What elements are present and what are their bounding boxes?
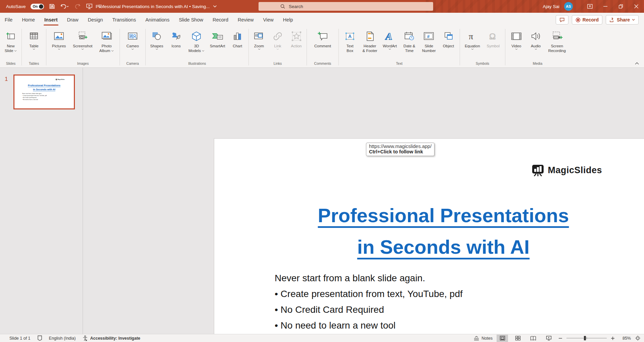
tab-record[interactable]: Record [208, 13, 233, 27]
fit-slide-button[interactable] [635, 335, 641, 341]
svg-text:π: π [469, 32, 473, 41]
text-box-button[interactable]: A Text Box [341, 28, 358, 53]
group-label-images: Images [46, 61, 120, 67]
slide-indicator: Slide 1 of 1 [9, 336, 31, 341]
wordart-icon: A [385, 30, 395, 43]
minimize-button[interactable] [598, 0, 613, 13]
search-input[interactable]: Search [259, 2, 433, 11]
tab-animations[interactable]: Animations [141, 13, 174, 27]
ribbon-tab-row: File Home Insert Draw Design Transitions… [0, 13, 644, 27]
slide-sorter-view-button[interactable] [512, 335, 523, 342]
group-label-links: Links [249, 61, 307, 67]
ribbon-display-options-icon[interactable] [582, 0, 598, 13]
3d-models-button[interactable]: 3D Models [187, 28, 206, 53]
cameo-button[interactable]: P Cameo [124, 28, 141, 50]
group-label-camera: Camera [120, 61, 145, 67]
share-button[interactable]: Share [606, 15, 639, 25]
avatar[interactable]: AS [564, 2, 573, 11]
new-slide-icon [5, 30, 16, 43]
chevron-down-icon [515, 48, 518, 50]
svg-text:P: P [130, 35, 132, 38]
svg-text:A: A [385, 31, 392, 42]
notes-icon [473, 336, 479, 341]
video-button[interactable]: Video [508, 28, 525, 50]
table-button[interactable]: Table [26, 28, 42, 50]
slide-canvas[interactable]: MagicSlides Professional Presentationsin… [214, 138, 644, 342]
slide-title-link[interactable]: Professional Presentationsin Seconds wit… [214, 200, 644, 263]
svg-text:A: A [348, 34, 352, 39]
normal-view-button[interactable] [497, 335, 508, 342]
logo-text: MagicSlides [548, 165, 602, 176]
header-footer-button[interactable]: Header & Footer [361, 28, 379, 53]
tooltip-url: https://www.magicslides.app/ [369, 144, 431, 149]
screen-recording-button[interactable]: Screen Recording [547, 28, 567, 53]
slide-thumbnail[interactable]: MagicSlides Professional Presentationsin… [13, 75, 75, 109]
record-dot-icon [576, 17, 581, 22]
audio-button[interactable]: Audio [527, 28, 544, 50]
reading-view-button[interactable] [527, 335, 539, 342]
share-icon [609, 17, 615, 22]
notes-toggle[interactable]: Notes [473, 336, 493, 341]
tab-help[interactable]: Help [278, 13, 298, 27]
language-indicator[interactable]: English (India) [49, 336, 76, 341]
zoom-slider-thumb[interactable] [584, 336, 586, 340]
tab-insert[interactable]: Insert [40, 13, 62, 27]
thumb-logo: MagicSlides [56, 79, 65, 81]
comments-button[interactable] [556, 15, 568, 25]
date-time-icon [404, 30, 415, 43]
zoom-out-button[interactable] [558, 336, 562, 340]
collapse-ribbon-icon[interactable] [635, 62, 639, 65]
slide-sorter-icon [515, 336, 521, 341]
slide-logo[interactable]: MagicSlides [532, 164, 602, 176]
tab-design[interactable]: Design [83, 13, 107, 27]
new-slide-button[interactable]: New Slide [2, 28, 19, 53]
slideshow-view-button[interactable] [543, 335, 554, 342]
comment-button[interactable]: Comment [313, 28, 332, 48]
tab-review[interactable]: Review [233, 13, 259, 27]
zoom-level[interactable]: 85% [619, 336, 631, 341]
screenshot-button[interactable]: Screenshot [72, 28, 94, 50]
undo-icon[interactable] [60, 3, 69, 10]
spellcheck-icon[interactable] [37, 335, 42, 341]
zoom-button[interactable]: Zoom [251, 28, 268, 50]
record-button[interactable]: Record [572, 15, 602, 25]
slide-body-text[interactable]: Never start from a blank slide again. • … [275, 270, 463, 333]
photo-album-button[interactable]: Photo Album [98, 28, 116, 53]
tab-transitions[interactable]: Transitions [108, 13, 141, 27]
slide-number-button[interactable]: # Slide Number [420, 28, 437, 53]
autosave-toggle[interactable]: On [31, 4, 44, 9]
smartart-button[interactable]: SmartArt [209, 28, 226, 48]
pictures-button[interactable]: Pictures [51, 28, 67, 50]
date-time-button[interactable]: Date & Time [401, 28, 418, 53]
tab-draw[interactable]: Draw [62, 13, 83, 27]
chart-button[interactable]: Chart [229, 28, 246, 48]
zoom-slider[interactable] [566, 338, 607, 338]
screenshot-icon [77, 30, 88, 43]
restore-button[interactable] [613, 0, 629, 13]
cameo-icon: P [127, 30, 138, 43]
save-icon[interactable] [49, 3, 55, 10]
accessibility-status[interactable]: Accessibility: Investigate [82, 335, 140, 341]
tab-file[interactable]: File [0, 13, 17, 27]
photo-album-icon [101, 30, 112, 43]
tab-home[interactable]: Home [17, 13, 40, 27]
object-button[interactable]: Object [440, 28, 457, 48]
wordart-button[interactable]: A WordArt [381, 28, 398, 50]
autosave-state: On [33, 4, 38, 8]
3d-models-icon [191, 30, 202, 43]
editing-area: MagicSlides Professional Presentationsin… [83, 68, 644, 334]
close-button[interactable] [629, 0, 644, 13]
document-title[interactable]: Professional Presentations in Seconds wi… [96, 0, 217, 13]
equation-button[interactable]: π Equation [463, 28, 481, 50]
tab-slide-show[interactable]: Slide Show [174, 13, 208, 27]
start-slideshow-icon[interactable] [86, 3, 93, 10]
shapes-button[interactable]: Shapes [148, 28, 165, 50]
user-name[interactable]: Ajay Sai [543, 4, 559, 9]
shapes-icon [151, 30, 162, 43]
zoom-in-button[interactable] [611, 336, 615, 340]
tab-view[interactable]: View [259, 13, 278, 27]
icons-button[interactable]: Icons [168, 28, 185, 48]
comment-icon [317, 30, 328, 43]
chevron-down-icon [131, 48, 134, 50]
search-placeholder: Search [289, 4, 303, 9]
